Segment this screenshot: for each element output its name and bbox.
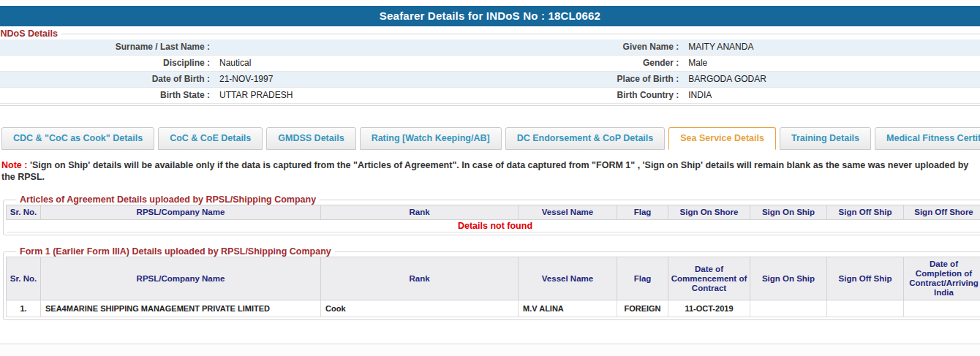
table-row: 1.SEA4MARINE SHIPPING MANAGEMENT PRIVATE… (7, 300, 980, 317)
form1-legend: Form 1 (Earlier Form IIIA) Details uploa… (16, 246, 335, 257)
field-value-surname-last-name (214, 39, 219, 55)
indos-details-rows: Surname / Last Name :Given Name :MAITY A… (0, 39, 980, 104)
table-cell: 1. (7, 300, 41, 317)
articles-of-agreement-section: Articles of Agreement Details uploaded b… (3, 194, 980, 235)
detail-right-half: Place of Birth :BARGODA GODAR (490, 72, 980, 87)
detail-left-half: Birth State :UTTAR PRADESH (0, 88, 490, 103)
indos-details-section: INDoS Details Surname / Last Name :Given… (0, 29, 980, 106)
field-value-given-name: MAITY ANANDA (682, 39, 753, 55)
table-header-row: Sr. No.RPSL/Company NameRankVessel NameF… (7, 205, 980, 220)
empty-message: Details not found (7, 220, 980, 232)
field-label-date-of-birth: Date of Birth : (0, 72, 214, 87)
table-cell: 11-OCT-2019 (668, 300, 750, 317)
column-header-sign-on-ship: Sign On Ship (750, 257, 827, 300)
column-header-rpsl-company-name: RPSL/Company Name (41, 257, 321, 300)
column-header-sr-no: Sr. No. (7, 257, 41, 300)
tab-coc-coe-details[interactable]: CoC & CoE Details (158, 127, 263, 150)
tab-cdc-coc-as-cook-details[interactable]: CDC & "CoC as Cook" Details (1, 127, 154, 150)
detail-left-half: Date of Birth :21-NOV-1997 (0, 72, 490, 87)
column-header-sign-off-shore: Sign Off Shore (904, 205, 980, 220)
table-cell: M.V ALINA (519, 300, 617, 317)
detail-row: Birth State :UTTAR PRADESHBirth Country … (0, 88, 980, 104)
column-header-sr-no: Sr. No. (7, 205, 41, 220)
page-title: Seafarer Details for INDoS No : 18CL0662 (0, 6, 980, 26)
articles-of-agreement-table: Sr. No.RPSL/Company NameRankVessel NameF… (6, 205, 980, 232)
field-label-place-of-birth: Place of Birth : (490, 72, 682, 87)
note-text: Note : 'Sign on Ship' details will be av… (1, 159, 979, 183)
column-header-sign-on-ship: Sign On Ship (750, 205, 827, 220)
tab-gmdss-details[interactable]: GMDSS Details (266, 127, 355, 150)
table-cell (827, 300, 904, 317)
table-header-row: Sr. No.RPSL/Company NameRankVessel NameF… (7, 257, 980, 300)
field-value-birth-country: INDIA (682, 88, 712, 103)
field-value-date-of-birth: 21-NOV-1997 (214, 72, 273, 87)
column-header-sign-off-ship: Sign Off Ship (827, 205, 904, 220)
field-value-place-of-birth: BARGODA GODAR (682, 72, 766, 87)
tab-rating-watch-keeping-ab[interactable]: Rating [Watch Keeping/AB] (360, 127, 502, 150)
table-cell (904, 300, 980, 317)
column-header-rpsl-company-name: RPSL/Company Name (41, 205, 321, 220)
footer-divider (0, 344, 980, 356)
field-label-birth-state: Birth State : (0, 88, 214, 103)
table-cell (750, 300, 827, 317)
tab-bar: CDC & "CoC as Cook" DetailsCoC & CoE Det… (1, 127, 980, 150)
field-value-gender: Male (682, 56, 707, 71)
detail-left-half: Discipline :Nautical (0, 56, 490, 71)
column-header-date-of-commencement-of-contract: Date of Commencement of Contract (668, 257, 750, 300)
tab-medical-fitness-certificate[interactable]: Medical Fitness Certificate (875, 127, 980, 150)
column-header-sign-off-ship: Sign Off Ship (827, 257, 904, 300)
detail-row: Discipline :NauticalGender :Male (0, 56, 980, 72)
field-label-gender: Gender : (490, 56, 682, 71)
column-header-flag: Flag (617, 257, 668, 300)
table-cell: Cook (321, 300, 519, 317)
field-value-discipline: Nautical (214, 56, 251, 71)
field-label-birth-country: Birth Country : (490, 88, 682, 103)
column-header-vessel-name: Vessel Name (519, 257, 617, 300)
indos-details-legend: INDoS Details (0, 29, 61, 39)
column-header-rank: Rank (321, 205, 519, 220)
empty-row: Details not found (7, 220, 980, 232)
column-header-sign-on-shore: Sign On Shore (668, 205, 750, 220)
column-header-flag: Flag (617, 205, 668, 220)
form1-section: Form 1 (Earlier Form IIIA) Details uploa… (3, 246, 980, 320)
table-cell: FOREIGN (617, 300, 668, 317)
detail-row: Surname / Last Name :Given Name :MAITY A… (0, 39, 980, 56)
field-label-surname-last-name: Surname / Last Name : (0, 39, 214, 55)
column-header-date-of-completion-of-contract-arriving-india: Date of Completion of Contract/Arriving … (904, 257, 980, 300)
detail-right-half: Gender :Male (490, 56, 980, 71)
column-header-rank: Rank (321, 257, 519, 300)
note-prefix: Note : (1, 160, 27, 170)
tab-training-details[interactable]: Training Details (780, 127, 871, 150)
column-header-vessel-name: Vessel Name (519, 205, 617, 220)
tab-dc-endorsement-cop-details[interactable]: DC Endorsement & CoP Details (505, 127, 666, 150)
field-label-given-name: Given Name : (490, 39, 682, 55)
detail-right-half: Given Name :MAITY ANANDA (490, 39, 980, 55)
field-label-discipline: Discipline : (0, 56, 214, 71)
detail-right-half: Birth Country :INDIA (490, 88, 980, 103)
field-value-birth-state: UTTAR PRADESH (214, 88, 293, 103)
detail-left-half: Surname / Last Name : (0, 39, 490, 55)
note-body: 'Sign on Ship' details will be available… (1, 160, 968, 182)
table-cell: SEA4MARINE SHIPPING MANAGEMENT PRIVATE L… (41, 300, 321, 317)
form1-table: Sr. No.RPSL/Company NameRankVessel NameF… (6, 257, 980, 317)
articles-of-agreement-legend: Articles of Agreement Details uploaded b… (16, 194, 320, 205)
tab-sea-service-details[interactable]: Sea Service Details (668, 127, 776, 150)
detail-row: Date of Birth :21-NOV-1997Place of Birth… (0, 72, 980, 88)
